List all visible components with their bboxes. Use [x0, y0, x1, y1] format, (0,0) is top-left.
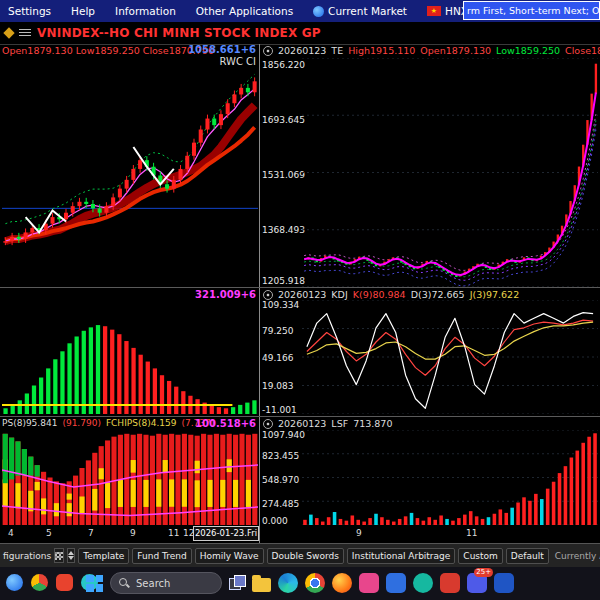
strategy-banner-input[interactable]: rm First, Short-term Next; Open — [463, 1, 600, 20]
kdj-k: K(9)80.984 — [353, 289, 406, 300]
search-icon — [119, 578, 130, 589]
menu-help[interactable]: Help — [71, 5, 95, 17]
edge-browser-icon[interactable] — [278, 573, 298, 593]
fchips-value: 100.518+6 — [2, 418, 256, 429]
taskbar-corner-icons — [6, 574, 98, 591]
x-label: 5 — [46, 528, 52, 538]
task-view-icon[interactable] — [229, 575, 245, 591]
te-axis-2: 1531.069 — [262, 170, 305, 180]
price-chart[interactable] — [2, 66, 258, 285]
te-chart[interactable] — [302, 58, 598, 287]
kdj-axis-2: 49.166 — [262, 353, 294, 363]
kdj-axis-4: -11.001 — [262, 405, 297, 415]
app-notification-icon[interactable]: 25+ — [467, 573, 487, 593]
homily-wave-button[interactable]: Homily Wave — [195, 548, 264, 564]
grid-layout-icon[interactable] — [54, 548, 64, 563]
taskbar-center: Search 25+ — [86, 572, 514, 594]
x-label: 11 — [168, 528, 179, 538]
app-pink-icon[interactable] — [359, 573, 379, 593]
kdj-header: 20260123 KDJ K(9)80.984 D(3)72.665 J(3)9… — [263, 289, 519, 300]
indicator-icon[interactable] — [263, 419, 273, 429]
file-explorer-icon[interactable] — [252, 578, 271, 592]
kdj-chart[interactable] — [302, 300, 598, 414]
double-swords-button[interactable]: Double Swords — [267, 548, 344, 564]
kdj-j: J(3)97.622 — [470, 289, 520, 300]
lsf-date: 20260123 — [278, 418, 326, 429]
x-label: 4 — [8, 528, 14, 538]
te-low: Low1859.250 — [496, 45, 560, 56]
lsf-axis-0: 1097.940 — [262, 430, 305, 440]
corner-app-multicolor-icon[interactable] — [31, 574, 48, 591]
active-window-label: Currently Active Window: — [555, 551, 600, 561]
kdj-d: D(3)72.665 — [411, 289, 465, 300]
title-bar: VNINDEX--HO CHI MINH STOCK INDEX GP — [0, 22, 600, 44]
search-placeholder: Search — [136, 578, 170, 589]
fchips-chart[interactable] — [2, 430, 258, 525]
corner-app-red-icon[interactable] — [56, 574, 73, 591]
lsf-axis-2: 548.970 — [262, 475, 299, 485]
te-axis-1: 1693.645 — [262, 115, 305, 125]
left-osc-value: 321.009+6 — [2, 289, 256, 300]
start-button[interactable] — [86, 575, 103, 592]
divider-row2[interactable] — [0, 416, 600, 417]
x-label: 9 — [356, 528, 362, 538]
x-label: 9 — [130, 528, 136, 538]
menu-settings[interactable]: Settings — [8, 5, 51, 17]
configurations-button[interactable]: figurations — [3, 551, 51, 561]
kdj-code: KDJ — [331, 289, 347, 300]
institutional-arbitrage-button[interactable]: Institutional Arbitrage — [347, 548, 456, 564]
current-market-label: Current Market — [328, 5, 407, 17]
app-red-icon[interactable] — [440, 573, 460, 593]
te-axis-0: 1856.220 — [262, 60, 305, 70]
market-status-icon — [3, 27, 14, 38]
lsf-axis-1: 823.455 — [262, 451, 299, 461]
divider-row1[interactable] — [0, 287, 600, 288]
oscillator-chart[interactable] — [2, 300, 258, 414]
te-axis-4: 1205.918 — [262, 276, 305, 286]
menu-other-applications[interactable]: Other Applications — [196, 5, 293, 17]
divider-vertical[interactable] — [259, 44, 260, 543]
menu-information[interactable]: Information — [115, 5, 176, 17]
vietnam-flag-icon: ★ — [427, 6, 441, 16]
x-label: 7 — [88, 528, 94, 538]
kdj-axis-3: 19.083 — [262, 381, 294, 391]
app-word-icon[interactable] — [494, 573, 514, 593]
wave-icon — [19, 29, 31, 38]
bottom-toolbar: figurations Template Fund Trend Homily W… — [0, 543, 600, 567]
firefox-browser-icon[interactable] — [332, 573, 352, 593]
page-title: VNINDEX--HO CHI MINH STOCK INDEX GP — [37, 26, 321, 40]
corner-app-blue-icon[interactable] — [6, 574, 23, 591]
te-date: 20260123 — [278, 45, 326, 56]
lsf-axis-4: 0.000 — [262, 516, 288, 526]
indicator-icon[interactable] — [263, 46, 273, 56]
fund-trend-button[interactable]: Fund Trend — [132, 548, 191, 564]
search-input[interactable]: Search — [110, 572, 222, 594]
chrome-browser-icon[interactable] — [305, 573, 325, 593]
te-header: 20260123 TE High1915.110 Open1879.130 Lo… — [263, 45, 600, 56]
te-close: Close1870.790 — [565, 45, 600, 56]
notification-badge: 25+ — [474, 568, 493, 577]
taskbar: Search 25+ — [0, 567, 600, 600]
default-button[interactable]: Default — [506, 548, 549, 564]
app-blue-icon[interactable] — [386, 573, 406, 593]
lsf-chart[interactable] — [302, 430, 598, 525]
sort-arrows-icon[interactable] — [67, 548, 75, 563]
app-window: Settings Help Information Other Applicat… — [0, 0, 600, 600]
lsf-code: LSF — [331, 418, 348, 429]
x-label: 11 — [466, 528, 477, 538]
custom-button[interactable]: Custom — [458, 548, 502, 564]
current-date-box: 2026-01-23.Fri — [193, 526, 259, 541]
left-price-value: 1058.661+6 — [2, 44, 256, 55]
template-button[interactable]: Template — [78, 548, 129, 564]
te-code: TE — [331, 45, 343, 56]
current-market-item[interactable]: Current Market — [313, 5, 407, 17]
indicator-icon[interactable] — [263, 290, 273, 300]
market-globe-icon — [313, 6, 324, 17]
te-high: High1915.110 — [348, 45, 415, 56]
app-teal-icon[interactable] — [413, 573, 433, 593]
lsf-value: 713.870 — [353, 418, 392, 429]
kdj-axis-1: 79.250 — [262, 326, 294, 336]
te-open: Open1879.130 — [420, 45, 491, 56]
te-axis-3: 1368.493 — [262, 225, 305, 235]
lsf-header: 20260123 LSF 713.870 — [263, 418, 392, 429]
